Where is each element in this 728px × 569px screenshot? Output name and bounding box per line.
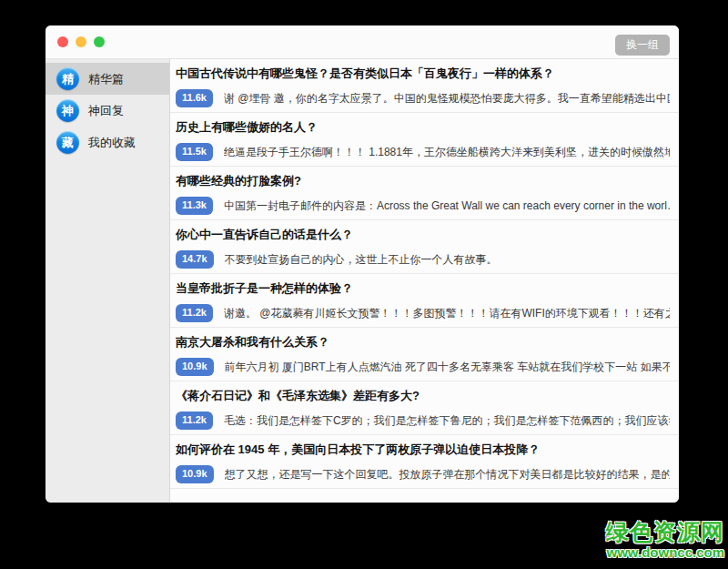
- list-item[interactable]: 南京大屠杀和我有什么关系？ 10.9k 前年六月初 厦门BRT上有人点燃汽油 死…: [170, 328, 679, 381]
- replies-icon: 神: [56, 99, 79, 122]
- answer-preview: 绝逼是段子手王尔德啊！！！ 1.1881年，王尔德坐船横跨大洋来到美利坚，进关的…: [224, 145, 670, 160]
- essence-icon: 精: [56, 67, 79, 90]
- vote-count-badge: 11.3k: [176, 197, 213, 215]
- question-list: 中国古代传说中有哪些鬼怪？是否有类似日本「百鬼夜行」一样的体系？ 11.6k 谢…: [170, 59, 679, 503]
- list-item[interactable]: 如何评价在 1945 年，美国向日本投下了两枚原子弹以迫使日本投降？ 10.9k…: [170, 435, 679, 489]
- vote-count-badge: 10.9k: [176, 465, 214, 483]
- vote-count-badge: 11.5k: [176, 143, 213, 161]
- vote-count-badge: 10.9k: [176, 358, 214, 376]
- list-item[interactable]: 中国古代传说中有哪些鬼怪？是否有类似日本「百鬼夜行」一样的体系？ 11.6k 谢…: [170, 59, 679, 113]
- answer-preview: 谢邀。 @花葳蕤有川姬长文预警！！！多图预警！！！请在有WIFI的环境下观看！！…: [224, 306, 670, 321]
- sidebar-item-favorites[interactable]: 藏 我的收藏: [46, 127, 169, 158]
- answer-preview: 前年六月初 厦门BRT上有人点燃汽油 死了四十多名无辜乘客 车站就在我们学校下一…: [225, 360, 670, 375]
- sidebar-item-label: 神回复: [88, 103, 124, 119]
- sidebar-item-essence[interactable]: 精 精华篇: [46, 63, 169, 95]
- traffic-lights: [57, 36, 105, 47]
- watermark: 绿色资源网 www.downcc.com: [606, 520, 724, 560]
- vote-count-badge: 14.7k: [176, 250, 214, 269]
- next-batch-button[interactable]: 换一组: [615, 35, 670, 56]
- sidebar-item-replies[interactable]: 神 神回复: [46, 95, 169, 127]
- vote-count-badge: 11.2k: [176, 304, 213, 322]
- main-area: 精 精华篇 神 神回复 藏 我的收藏 中国古代传说中有哪些鬼怪？是否有类似日本「…: [46, 59, 679, 503]
- answer-preview: 想了又想，还是写一下这个回复吧。投放原子弹在那个情况下对美日都是比较好的结果，是…: [225, 467, 670, 483]
- zoom-button[interactable]: [94, 36, 105, 47]
- vote-count-badge: 11.6k: [176, 89, 213, 107]
- question-title[interactable]: 南京大屠杀和我有什么关系？: [176, 334, 670, 351]
- vote-count-badge: 11.2k: [176, 412, 213, 430]
- question-title[interactable]: 当皇帝批折子是一种怎样的体验？: [176, 280, 670, 297]
- answer-preview: 中国第一封电子邮件的内容是：Across the Great Wall we c…: [224, 198, 670, 214]
- list-item[interactable]: 历史上有哪些傲娇的名人？ 11.5k 绝逼是段子手王尔德啊！！！ 1.1881年…: [170, 113, 679, 167]
- list-item[interactable]: 当皇帝批折子是一种怎样的体验？ 11.2k 谢邀。 @花葳蕤有川姬长文预警！！！…: [170, 274, 679, 328]
- question-title[interactable]: 历史上有哪些傲娇的名人？: [176, 119, 670, 136]
- list-item[interactable]: 有哪些经典的打脸案例? 11.3k 中国第一封电子邮件的内容是：Across t…: [170, 167, 679, 220]
- answer-preview: 谢 @埋骨 邀，你的名字太应景了。中国的鬼怪规模恐怕要庞大得多。我一直希望能精选…: [224, 91, 670, 107]
- question-title[interactable]: 你心中一直告诉自己的话是什么？: [176, 227, 670, 243]
- list-item[interactable]: 《蒋介石日记》和《毛泽东选集》差距有多大? 11.2k 毛选：我们是怎样签下C罗…: [170, 381, 679, 435]
- list-item[interactable]: 你心中一直告诉自己的话是什么？ 14.7k 不要到处宣扬自己的内心，这世上不止你…: [170, 220, 679, 274]
- question-title[interactable]: 有哪些经典的打脸案例?: [176, 173, 670, 189]
- question-title[interactable]: 《蒋介石日记》和《毛泽东选集》差距有多大?: [176, 388, 670, 404]
- question-title[interactable]: 如何评价在 1945 年，美国向日本投下了两枚原子弹以迫使日本投降？: [176, 442, 670, 458]
- question-title[interactable]: 中国古代传说中有哪些鬼怪？是否有类似日本「百鬼夜行」一样的体系？: [176, 66, 670, 82]
- favorites-icon: 藏: [56, 131, 79, 154]
- watermark-site-name: 绿色资源网: [606, 520, 724, 545]
- watermark-url: www.downcc.com: [606, 545, 724, 561]
- minimize-button[interactable]: [76, 36, 86, 47]
- close-button[interactable]: [57, 36, 68, 47]
- answer-preview: 毛选：我们是怎样签下C罗的；我们是怎样签下鲁尼的；我们是怎样签下范佩西的；我们应…: [224, 413, 670, 429]
- answer-preview: 不要到处宣扬自己的内心，这世上不止你一个人有故事。: [225, 252, 670, 268]
- sidebar-item-label: 精华篇: [88, 71, 124, 87]
- sidebar-item-label: 我的收藏: [88, 135, 136, 151]
- title-bar: 换一组: [46, 25, 679, 59]
- app-window: 换一组 精 精华篇 神 神回复 藏 我的收藏 中国古代传说中有哪些鬼怪？是否有类…: [46, 25, 679, 503]
- sidebar: 精 精华篇 神 神回复 藏 我的收藏: [46, 59, 170, 503]
